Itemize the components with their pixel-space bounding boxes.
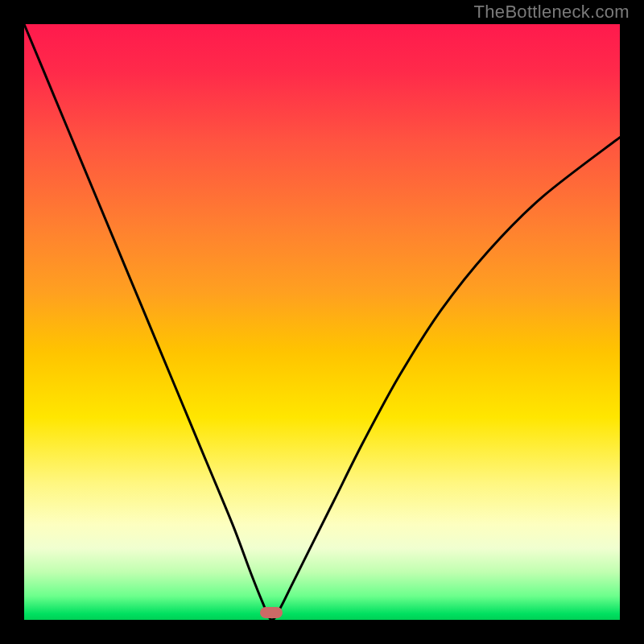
bottleneck-curve	[24, 24, 620, 620]
watermark-text: TheBottleneck.com	[474, 2, 630, 23]
curve-path	[24, 24, 620, 620]
chart-stage: TheBottleneck.com	[0, 0, 644, 644]
plot-area	[24, 24, 620, 620]
optimum-marker	[260, 607, 283, 618]
